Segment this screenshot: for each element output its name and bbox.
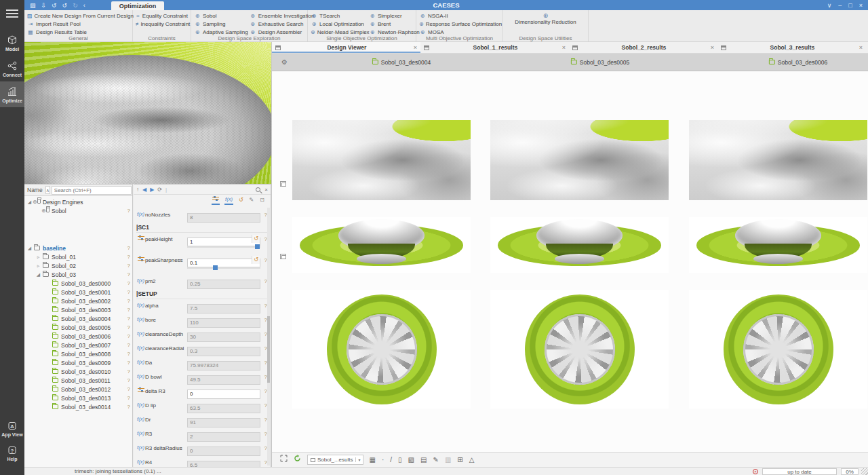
fit-view-icon[interactable]	[280, 453, 288, 467]
ribbon-button[interactable]: ⊕NSGA-II	[419, 12, 500, 20]
param-value-input[interactable]	[187, 390, 260, 399]
sidebar-item-connect[interactable]: Connect	[0, 56, 24, 81]
param-value-input[interactable]	[187, 213, 260, 223]
tree-row[interactable]: Sobol_03_des0007 ?	[24, 341, 132, 349]
tree-row[interactable]: Sobol_03_des0011 ?	[24, 376, 132, 385]
render-row2-col2[interactable]	[490, 217, 669, 273]
viewer-tab[interactable]: Design Viewer ×	[272, 42, 420, 53]
redo-icon[interactable]: ↻	[73, 2, 78, 9]
render-row3-col1[interactable]	[292, 290, 471, 408]
tree-row[interactable]: Sobol_03_des0010 ?	[24, 367, 132, 376]
ribbon-button[interactable]: ⊕Sampling	[194, 20, 248, 28]
maximize-icon[interactable]: □	[848, 2, 852, 9]
filter-fx-icon[interactable]: f(x)	[224, 195, 233, 205]
tree-row[interactable]: baseline ?	[24, 244, 132, 252]
tree-row[interactable]: Sobol_03_des0000 ?	[24, 279, 132, 288]
sidebar-item-optimize[interactable]: Optimize	[0, 81, 24, 107]
scope-up-icon[interactable]: ↑	[136, 187, 139, 193]
scrollbar-thumb[interactable]	[267, 316, 270, 383]
render-row1-col3[interactable]	[689, 120, 867, 200]
new-page-icon[interactable]: ▤	[420, 453, 427, 467]
sidebar-item-model[interactable]: Model	[0, 30, 24, 56]
reset-icon[interactable]: ↺	[252, 256, 260, 264]
tree-row[interactable]: Sobol_03_des0003 ?	[24, 305, 132, 314]
param-value-input[interactable]	[187, 418, 260, 428]
tree-row[interactable]: Sobol_03_des0013 ?	[24, 394, 132, 402]
slider-handle[interactable]	[213, 265, 218, 270]
prev-icon[interactable]: ◀	[142, 187, 146, 193]
sidebar-item-app-view[interactable]: A App View	[0, 417, 24, 441]
expander-icon[interactable]	[26, 200, 33, 205]
results-source-dropdown[interactable]: Sobol_...esults ▾	[307, 455, 363, 465]
reset-all-icon[interactable]: ↺	[238, 196, 244, 204]
param-value-input[interactable]	[187, 280, 260, 289]
bars-icon[interactable]: ▥	[445, 453, 451, 467]
undo-history-icon[interactable]: ↺	[62, 2, 68, 9]
param-value-input[interactable]	[187, 347, 260, 356]
viewer-tab[interactable]: Sobol_2_results ×	[569, 42, 717, 53]
tab-close-icon[interactable]: ×	[559, 44, 569, 51]
edit-icon[interactable]: ✎	[249, 196, 255, 204]
next-icon[interactable]: ▶	[150, 187, 154, 193]
close-icon[interactable]: ×	[859, 2, 863, 9]
param-value-input[interactable]	[187, 432, 260, 442]
tree-row[interactable]: Sobol_03_des0001 ?	[24, 288, 132, 297]
pyramid-icon[interactable]: △	[469, 453, 475, 467]
render-row1-col1[interactable]	[292, 120, 471, 200]
line-tool-icon[interactable]: /	[390, 453, 392, 467]
param-value-input[interactable]	[187, 332, 260, 342]
tree-row[interactable]: Sobol_03_des0012 ?	[24, 385, 132, 394]
tab-optimization[interactable]: Optimization	[111, 1, 165, 10]
render-row2-col1[interactable]	[292, 217, 471, 273]
tree-row[interactable]: Sobol_03_des0004 ?	[24, 314, 132, 323]
render-row2-col3[interactable]	[689, 217, 867, 273]
tab-close-icon[interactable]: ×	[856, 44, 866, 51]
save-project-icon[interactable]: ⇩	[41, 2, 47, 9]
ribbon-button[interactable]: ⊕Response Surface Optimization	[419, 20, 500, 28]
param-slider[interactable]	[187, 246, 260, 248]
ribbon-collapse-icon[interactable]: ∨	[827, 2, 832, 9]
undo-icon[interactable]: ↺	[52, 2, 57, 9]
minimize-icon[interactable]: –	[838, 2, 842, 9]
ribbon-button[interactable]: ⇥Import Result Pool	[27, 20, 130, 28]
ribbon-button[interactable]: ⊕Ensemble Investigation	[250, 12, 315, 20]
sync-icon[interactable]: ⟳	[157, 187, 162, 193]
expander-icon[interactable]	[35, 272, 41, 278]
tree-row[interactable]: Sobol_02 ?	[24, 261, 132, 270]
param-value-input[interactable]	[187, 375, 260, 385]
gear-icon[interactable]: ⚙	[281, 58, 289, 66]
render-row3-col2[interactable]	[490, 290, 669, 408]
render-row1-col2[interactable]	[490, 120, 669, 200]
dimensionality-reduction-button[interactable]: ⊕ Dimensionality Reduction	[506, 12, 585, 25]
search-icon[interactable]	[256, 187, 260, 192]
ribbon-button[interactable]: ⊕Simplexer	[369, 12, 420, 20]
row-expand-icon[interactable]	[280, 181, 286, 187]
tree-row[interactable]: Sobol_03_des0009 ?	[24, 358, 132, 367]
row-expand-icon[interactable]	[280, 254, 286, 259]
param-value-input[interactable]	[187, 361, 260, 370]
sort-toggle-icon[interactable]: ∧	[45, 186, 50, 194]
param-value-input[interactable]	[187, 304, 260, 314]
tree-row[interactable]: Sobol_03_des0014 ?	[24, 402, 132, 411]
open-project-icon[interactable]: ▨	[30, 2, 36, 9]
ribbon-button[interactable]: ▨Create New Design From Current Design	[27, 12, 130, 20]
viewport-3d[interactable]	[24, 42, 271, 184]
expander-icon[interactable]	[35, 263, 41, 269]
tab-close-icon[interactable]: ×	[707, 44, 717, 51]
resize-grip[interactable]	[861, 468, 868, 475]
slider-handle[interactable]	[255, 244, 260, 249]
ribbon-button[interactable]: ≠Inequality Constraint	[136, 20, 188, 28]
param-scrollbar[interactable]	[267, 208, 270, 466]
filter-sliders-icon[interactable]	[212, 195, 220, 205]
dropdown-caret-icon[interactable]: ▾	[355, 457, 362, 462]
tree-row[interactable]: Design Engines ?	[24, 197, 132, 206]
sidebar-item-help[interactable]: ? Help	[0, 441, 24, 466]
param-value-input[interactable]	[187, 446, 260, 456]
tab-close-icon[interactable]: ×	[410, 44, 420, 51]
viewer-tab[interactable]: Sobol_3_results ×	[717, 42, 866, 53]
ribbon-button[interactable]: ⊕Sobol	[194, 12, 248, 20]
param-value-input[interactable]	[187, 318, 260, 328]
ribbon-button[interactable]: ⊕Brent	[369, 20, 420, 28]
grid-icon[interactable]: ⊞	[457, 453, 462, 467]
ribbon-button[interactable]: =Equality Constraint	[136, 12, 188, 20]
